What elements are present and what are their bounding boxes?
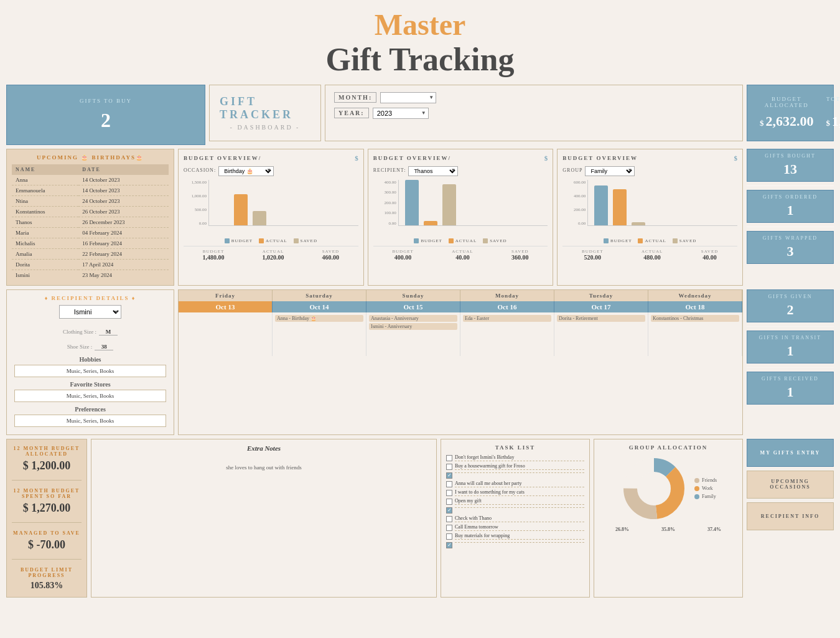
family-pct: 37.4% <box>707 527 721 532</box>
hobbies-title: Hobbies <box>12 356 169 363</box>
task-cb-1[interactable] <box>446 455 452 461</box>
recipient-select[interactable]: Ismini <box>59 305 121 319</box>
task-item-11: ✓ <box>446 542 584 548</box>
work-label: Work <box>702 486 713 491</box>
bar-saved-1 <box>253 211 266 225</box>
task-list-title: TASK LIST <box>446 444 584 451</box>
year-label: YEAR: <box>334 108 369 118</box>
bday-row: Thanos26 December 2023 <box>12 217 169 227</box>
task-text-9: Call Emma tomorrow <box>455 524 584 531</box>
gifts-ordered-value: 1 <box>786 202 793 218</box>
year-select[interactable]: 202220232024 <box>373 108 429 119</box>
bo2-recipient-select[interactable]: Thanos <box>408 166 458 176</box>
gifts-ordered-card: GIFTS ORDERED 1 <box>747 190 834 223</box>
cal-day-saturday: Saturday <box>273 290 366 301</box>
task-text-10: Buy materials for wrapping <box>455 533 584 540</box>
budget-summary: 12 MONTH BUDGET ALLOCATED $ 1,200.00 12 … <box>6 439 87 598</box>
bar-saved-2 <box>442 184 456 225</box>
budget-allocated-label: BUDGET ALLOCATED <box>760 96 814 108</box>
tracker-logo: GIFT TRACKER - DASHBOARD - <box>209 85 321 141</box>
birthdays-title: UPCOMING 🎂 BIRTHDAYS🎂 <box>12 154 169 161</box>
budget-spent: TOTAL MONEY SPENT $1,270.00 <box>820 92 841 133</box>
favorite-stores-title: Favorite Stores <box>12 381 169 388</box>
task-item-10: Buy materials for wrapping <box>446 533 584 540</box>
task-cb-9[interactable] <box>446 525 452 531</box>
my-gifts-entry-button[interactable]: MY GIFTS ENTRY <box>747 439 834 467</box>
birthdays-card: UPCOMING 🎂 BIRTHDAYS🎂 NAME DATE Anna14 O… <box>6 149 174 286</box>
cal-cell-sat: Anna - Birthday 🎂 <box>273 312 366 356</box>
task-cb-7[interactable]: ✓ <box>446 507 452 514</box>
upcoming-occasions-button[interactable]: UPCOMING OCCASIONS <box>747 471 834 499</box>
bday-row: Anna14 October 2023 <box>12 175 169 185</box>
gifts-given-label: GIFTS GIVEN <box>768 294 812 299</box>
bs-val3: $ -70.00 <box>12 538 82 551</box>
bs-label2: 12 MONTH BUDGET SPENT SO FAR <box>12 488 82 499</box>
gifts-to-buy-label: GIFTS TO BUY <box>80 98 132 104</box>
bday-row: Ismini23 May 2024 <box>12 270 169 280</box>
cal-date-oct16: Oct 16 <box>460 301 554 312</box>
cal-day-wednesday: Wednesday <box>648 290 742 301</box>
task-item-7: ✓ <box>446 507 584 514</box>
task-cb-2[interactable] <box>446 464 452 470</box>
cal-date-oct17: Oct 17 <box>554 301 648 312</box>
friends-dot <box>694 478 699 483</box>
bo2-dollar: $ <box>544 154 548 162</box>
budget-spent-label: TOTAL MONEY SPENT <box>826 96 841 108</box>
gifts-wrapped-card: GIFTS WRAPPED 3 <box>747 231 834 264</box>
task-item-9: Call Emma tomorrow <box>446 524 584 531</box>
gifts-bought-label: GIFTS BOUGHT <box>765 153 816 159</box>
task-item-1: Don't forget Ismini's Birthday <box>446 454 584 461</box>
calendar: Friday Saturday Sunday Monday Tuesday We… <box>178 289 743 435</box>
task-cb-6[interactable] <box>446 499 452 505</box>
donut-legend: Friends Work Family <box>694 477 717 499</box>
task-text-1: Don't forget Ismini's Birthday <box>455 454 584 461</box>
preferences-value: Music, Series, Books <box>14 415 166 427</box>
month-select[interactable]: JanuaryFebruaryMarch AprilMayJune JulyAu… <box>380 92 436 103</box>
bo2-title: BUDGET OVERVIEW/ <box>373 155 451 161</box>
task-cb-8[interactable] <box>446 516 452 522</box>
cal-day-tuesday: Tuesday <box>554 290 648 301</box>
task-cb-4[interactable] <box>446 481 452 487</box>
cal-cell-mon: Eda - Easter <box>460 312 554 356</box>
gifts-given-card: GIFTS GIVEN 2 <box>747 289 834 322</box>
task-text-11 <box>455 542 584 543</box>
recipient-info-button[interactable]: RECIPIENT INFO <box>747 502 834 530</box>
donut-percentages: 26.8% 35.8% 37.4% <box>599 527 737 532</box>
gifts-bought-value: 13 <box>783 161 797 177</box>
task-cb-11[interactable]: ✓ <box>446 542 452 548</box>
bday-row: Michalis16 February 2024 <box>12 238 169 248</box>
budget-allocated-value: $2,632.00 <box>760 113 814 129</box>
bs-label1: 12 MONTH BUDGET ALLOCATED <box>12 446 82 457</box>
col-date: DATE <box>78 164 169 175</box>
bo1-occasion-select[interactable]: Birthday 🎂 <box>218 166 274 176</box>
task-cb-3[interactable]: ✓ <box>446 472 452 479</box>
cal-date-oct18: Oct 18 <box>648 301 742 312</box>
tracker-title: GIFT TRACKER <box>220 95 310 121</box>
dollar-sign: $ <box>760 118 764 128</box>
bs-val2: $ 1,270.00 <box>12 502 82 515</box>
bs-val1: $ 1,200.00 <box>12 459 82 472</box>
task-cb-10[interactable] <box>446 533 452 540</box>
budget-allocated: BUDGET ALLOCATED $2,632.00 <box>754 92 820 133</box>
bo3-group-label: GROUP <box>562 167 582 173</box>
recipient-title: ♦ RECIPIENT DETAILS ♦ <box>12 295 169 301</box>
gifts-received-value: 1 <box>787 384 794 400</box>
clothing-value: M <box>99 329 118 335</box>
gifts-to-buy-card: GIFTS TO BUY 2 <box>6 85 205 145</box>
task-cb-5[interactable] <box>446 490 452 496</box>
shoe-value: 38 <box>95 344 113 350</box>
bday-row: Amalia22 February 2024 <box>12 248 169 259</box>
clothing-label: Clothing Size : <box>63 329 96 335</box>
hobbies-value: Music, Series, Books <box>14 365 166 377</box>
work-pct: 35.8% <box>661 527 675 532</box>
bs-val4: 105.83% <box>12 581 82 591</box>
bo3-group-select[interactable]: Family <box>585 166 635 176</box>
cal-cell-wed: Konstantinos - Christmas <box>648 312 742 356</box>
page-header: Master Gift Tracking <box>0 0 840 82</box>
gifts-received-label: GIFTS RECEIVED <box>762 376 819 382</box>
group-allocation: GROUP ALLOCATION <box>594 439 743 598</box>
task-text-4: Anna will call me about her party <box>455 481 584 487</box>
cal-day-monday: Monday <box>460 290 554 301</box>
cal-cell-tue: Dorita - Retirement <box>554 312 648 356</box>
gifts-in-transit-value: 1 <box>787 343 794 359</box>
